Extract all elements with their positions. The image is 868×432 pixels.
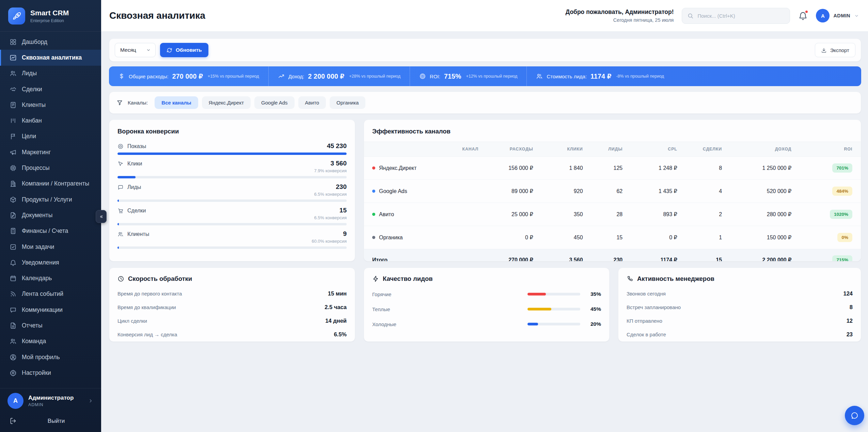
column-header: РАСХОДЫ: [483, 142, 538, 157]
metric-value: 12: [847, 318, 853, 324]
cell-cpl: 893 ₽: [627, 203, 682, 226]
kpi-delta: +12% vs прошлый период: [466, 74, 518, 79]
sidebar-item[interactable]: Лиды: [0, 66, 101, 81]
search-input[interactable]: [697, 13, 785, 19]
funnel-stage: Клиенты 9 60.0% конверсия: [117, 230, 347, 249]
sidebar-item[interactable]: Сквозная аналитика: [0, 50, 101, 65]
sidebar-item[interactable]: Отчеты: [0, 318, 101, 333]
refresh-icon: [167, 47, 172, 53]
export-label: Экспорт: [830, 47, 849, 53]
sidebar-item[interactable]: Календарь: [0, 270, 101, 286]
metric-value: 2.5 часа: [325, 304, 347, 310]
sidebar-item[interactable]: Сделки: [0, 81, 101, 97]
cell-cpl: 1 248 ₽: [627, 157, 682, 180]
user-menu[interactable]: A ADMIN: [816, 9, 859, 22]
settings-icon: [10, 369, 17, 377]
channel-name: Google Ads: [379, 188, 407, 194]
metric-label: Цикл сделки: [117, 318, 147, 324]
sidebar-item-label: Финансы / Счета: [22, 227, 68, 235]
refresh-label: Обновить: [176, 47, 202, 53]
sidebar-item[interactable]: Продукты / Услуги: [0, 192, 101, 207]
filter-chip[interactable]: Google Ads: [254, 96, 295, 109]
sidebar-item[interactable]: Финансы / Счета: [0, 223, 101, 239]
channel-dot: [372, 190, 375, 193]
cell-revenue: 150 000 ₽: [727, 226, 796, 249]
export-button[interactable]: Экспорт: [815, 43, 855, 57]
page-title: Сквозная аналитика: [109, 10, 205, 21]
sidebar-item[interactable]: Мои задачи: [0, 239, 101, 255]
cell-revenue: 1 250 000 ₽: [727, 157, 796, 180]
sidebar-item[interactable]: Команда: [0, 334, 101, 349]
users-icon: [536, 73, 543, 80]
cell-revenue: 280 000 ₽: [727, 203, 796, 226]
filter-chip[interactable]: Авито: [298, 96, 326, 109]
metric-value: 14 дней: [325, 318, 347, 324]
filter-chip[interactable]: Органика: [330, 96, 365, 109]
logout-label: Выйти: [21, 418, 92, 425]
sidebar-item[interactable]: Клиенты: [0, 97, 101, 113]
sidebar-item[interactable]: Дашборд: [0, 34, 101, 50]
user-role-label: ADMIN: [833, 13, 850, 18]
search-box[interactable]: [682, 8, 790, 24]
notifications-button[interactable]: [798, 11, 808, 20]
filter-chip[interactable]: Яндекс.Директ: [202, 96, 251, 109]
sidebar-item-label: Клиенты: [22, 101, 46, 109]
stage-value: 15: [314, 207, 347, 214]
clients-icon: [10, 101, 17, 109]
greeting-block: Добро пожаловать, Администратор! Сегодня…: [566, 9, 674, 23]
conversion-funnel-card: Воронка конверсии Показы 45 230: [109, 119, 355, 261]
sidebar-item-label: Сквозная аналитика: [22, 54, 82, 61]
sidebar-item-label: Дашборд: [22, 38, 47, 46]
kpi-value: 270 000 ₽: [172, 73, 203, 80]
refresh-button[interactable]: Обновить: [160, 43, 208, 57]
stage-conversion: 60.0% конверсия: [312, 239, 347, 244]
metric-row: Звонков сегодня 124: [627, 287, 853, 300]
message-icon: [117, 184, 124, 190]
processing-speed-card: Скорость обработки Время до первого конт…: [109, 268, 355, 342]
filter-chip[interactable]: Все каналы: [155, 96, 198, 109]
sidebar-item[interactable]: Мой профиль: [0, 349, 101, 365]
chip-label: Органика: [336, 100, 359, 106]
sidebar-item[interactable]: Документы: [0, 207, 101, 223]
roi-badge: 715%: [832, 255, 852, 261]
column-header: ЛИДЫ: [588, 142, 628, 157]
sidebar-item[interactable]: Процессы: [0, 160, 101, 176]
sidebar-item[interactable]: Лента событий: [0, 286, 101, 302]
sidebar-item[interactable]: Уведомления: [0, 255, 101, 270]
cell-leads: 28: [588, 203, 628, 226]
tasks-icon: [10, 243, 17, 251]
sidebar-item[interactable]: Коммуникации: [0, 302, 101, 318]
sidebar-item[interactable]: Маркетинг: [0, 144, 101, 160]
kpi-item: Доход: 2 200 000 ₽ +28% vs прошлый перио…: [268, 66, 410, 86]
sidebar-item[interactable]: Канбан: [0, 113, 101, 128]
metric-label: Конверсия лид → сделка: [117, 332, 177, 337]
finance-icon: [10, 227, 17, 235]
stage-label: Клики: [127, 161, 142, 167]
column-header: КЛИКИ: [538, 142, 588, 157]
kpi-value: 2 200 000 ₽: [308, 73, 344, 80]
quality-value: 20%: [585, 321, 601, 327]
sidebar-item[interactable]: Цели: [0, 129, 101, 144]
quality-bar-track: [527, 293, 580, 295]
metric-label: Встреч запланировано: [627, 304, 681, 310]
trend-up-icon: [278, 73, 285, 80]
logout-button[interactable]: Выйти: [0, 413, 101, 432]
chat-button[interactable]: [845, 406, 864, 425]
metric-value: 15 мин: [328, 290, 347, 297]
target-icon: [419, 73, 426, 80]
avatar: A: [816, 9, 830, 22]
sidebar-item[interactable]: Настройки: [0, 365, 101, 381]
sidebar-item[interactable]: Компании / Контрагенты: [0, 176, 101, 192]
kanban-icon: [10, 117, 17, 124]
quality-bar-fill: [527, 323, 538, 325]
phone-icon: [627, 275, 633, 282]
metric-value: 8: [850, 304, 853, 310]
cell-spend: 0 ₽: [483, 226, 538, 249]
cell-clicks: 450: [538, 226, 588, 249]
period-select[interactable]: Месяц: [115, 43, 156, 57]
metric-row: КП отправлено 12: [627, 314, 853, 327]
sidebar-collapse-button[interactable]: [96, 210, 107, 223]
eye-icon: [117, 143, 124, 149]
toolbar: Месяц Обновить Экспорт: [109, 38, 861, 62]
sidebar-user[interactable]: A Администратор ADMIN: [0, 388, 101, 413]
